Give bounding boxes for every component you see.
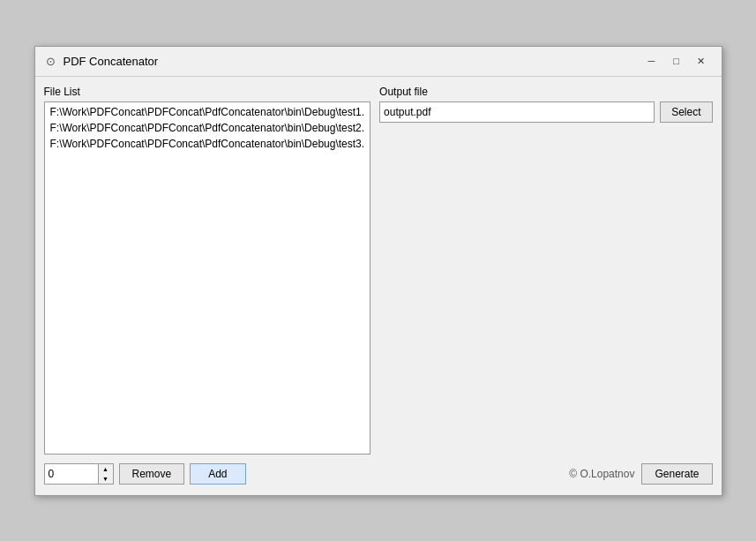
spinner-container: ▲ ▼ xyxy=(44,463,114,485)
right-panel: Output file Select xyxy=(379,86,712,455)
add-button[interactable]: Add xyxy=(190,463,245,485)
window-controls: ─ □ ✕ xyxy=(640,52,713,70)
select-button[interactable]: Select xyxy=(660,101,712,123)
file-list-box[interactable]: F:\Work\PDFConcat\PDFConcat\PdfConcatena… xyxy=(44,101,371,455)
output-file-label: Output file xyxy=(379,86,712,98)
bottom-right: © O.Lopatnov Generate xyxy=(569,463,712,485)
window-title: PDF Concatenator xyxy=(64,55,159,68)
spinner-input[interactable] xyxy=(45,464,98,484)
maximize-button[interactable]: □ xyxy=(665,52,688,70)
output-file-row: Select xyxy=(379,101,712,123)
app-icon: ⊙ xyxy=(44,54,58,68)
list-item[interactable]: F:\Work\PDFConcat\PDFConcat\PdfConcatena… xyxy=(47,120,369,136)
bottom-left: ▲ ▼ Remove Add xyxy=(44,463,246,485)
bottom-buttons-left: Remove Add xyxy=(119,463,246,485)
bottom-bar: ▲ ▼ Remove Add © O.Lopatnov Generate xyxy=(44,455,713,486)
remove-button[interactable]: Remove xyxy=(119,463,185,485)
left-panel: File List F:\Work\PDFConcat\PDFConcat\Pd… xyxy=(44,86,371,455)
output-file-input[interactable] xyxy=(379,101,655,123)
title-bar: ⊙ PDF Concatenator ─ □ ✕ xyxy=(35,47,722,77)
generate-button[interactable]: Generate xyxy=(641,463,712,485)
spinner-arrows: ▲ ▼ xyxy=(98,464,113,484)
list-item[interactable]: F:\Work\PDFConcat\PDFConcat\PdfConcatena… xyxy=(47,136,369,152)
main-window: ⊙ PDF Concatenator ─ □ ✕ File List F:\Wo… xyxy=(34,46,722,496)
spinner-up-button[interactable]: ▲ xyxy=(99,464,113,474)
file-list-label: File List xyxy=(44,86,371,98)
minimize-button[interactable]: ─ xyxy=(640,52,663,70)
copyright-text: © O.Lopatnov xyxy=(569,468,634,480)
list-item[interactable]: F:\Work\PDFConcat\PDFConcat\PdfConcatena… xyxy=(47,104,369,120)
title-bar-left: ⊙ PDF Concatenator xyxy=(44,54,159,68)
main-content: File List F:\Work\PDFConcat\PDFConcat\Pd… xyxy=(44,86,713,455)
window-body: File List F:\Work\PDFConcat\PDFConcat\Pd… xyxy=(35,77,722,495)
close-button[interactable]: ✕ xyxy=(690,52,713,70)
spinner-down-button[interactable]: ▼ xyxy=(99,474,113,484)
